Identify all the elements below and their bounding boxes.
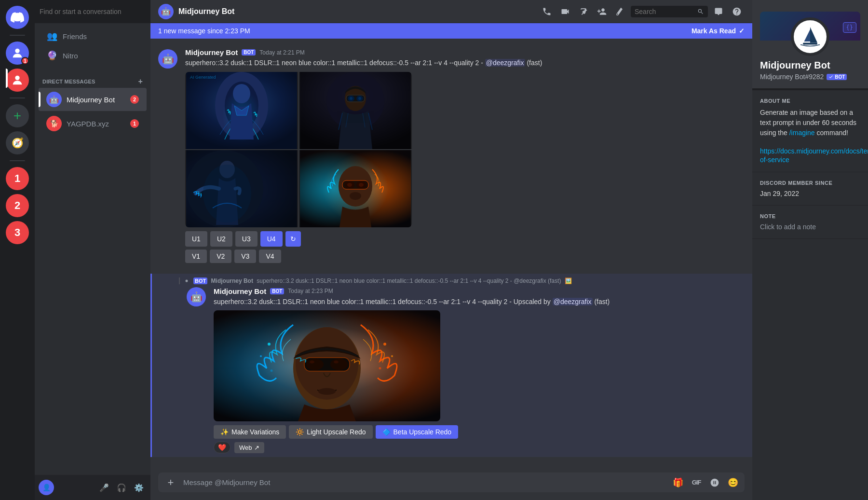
light-upscale-icon: 🔆	[296, 428, 304, 436]
web-button[interactable]: Web ↗	[234, 442, 264, 453]
heart-reaction[interactable]: ❤️	[214, 442, 231, 453]
refresh-button[interactable]: ↻	[285, 231, 301, 247]
help-button[interactable]	[729, 4, 745, 19]
new-message-text: 1 new message since 2:23 PM	[158, 27, 250, 35]
discord-home-button[interactable]	[6, 6, 29, 29]
referenced-message: BOT Midjourney Bot superhero::3.2 dusk::…	[179, 278, 745, 286]
add-member-button[interactable]	[594, 4, 610, 19]
rs-note-input[interactable]: Click to add a note	[760, 223, 860, 231]
active-indicator	[39, 92, 41, 107]
dm-item-midjourney[interactable]: 🤖 Midjourney Bot 2	[39, 88, 147, 111]
u4-button[interactable]: U4	[260, 231, 283, 247]
attach-button[interactable]: +	[162, 474, 179, 491]
pin-button[interactable]	[576, 4, 591, 19]
svg-text:AI Generated: AI Generated	[190, 75, 216, 80]
u1-button[interactable]: U1	[185, 231, 207, 247]
server-2-badge[interactable]: 2	[6, 194, 29, 217]
slash-command-button[interactable]	[612, 4, 628, 19]
rs-bot-header: {} Midjourney Bot Midjourney Bot#9282 BO…	[752, 0, 868, 90]
svg-point-48	[271, 370, 273, 372]
dm-item-yagpdb[interactable]: 🐕 YAGPDB.xyz 1	[39, 112, 147, 135]
new-dm-button[interactable]: +	[138, 77, 143, 86]
server-1-badge[interactable]: 1	[6, 167, 29, 190]
new-message-banner: 1 new message since 2:23 PM Mark As Read…	[150, 23, 752, 39]
header-icons	[539, 4, 745, 19]
v2-button[interactable]: V2	[210, 250, 231, 263]
sticker-button[interactable]	[707, 475, 722, 490]
rs-bot-badge: BOT	[827, 74, 847, 80]
messages-area: 🤖 Midjourney Bot BOT Today at 2:21 PM su…	[150, 39, 752, 472]
call-button[interactable]	[539, 4, 555, 19]
rs-about-text: Generate an image based on a text prompt…	[760, 108, 860, 138]
video-button[interactable]	[557, 4, 573, 19]
emoji-button[interactable]: 😊	[725, 475, 741, 490]
sidebar-divider	[10, 35, 25, 36]
explore-button[interactable]: 🧭	[6, 131, 29, 154]
light-upscale-redo-button[interactable]: 🔆 Light Upscale Redo	[289, 425, 372, 439]
bot-badge-2: BOT	[270, 288, 284, 294]
yagpdb-unread-badge: 1	[130, 119, 139, 128]
dm-search-bar[interactable]	[35, 0, 150, 23]
make-variations-icon: ✨	[220, 428, 229, 436]
code-badge: {}	[843, 22, 856, 33]
bot-avatar-1: 🤖	[158, 49, 177, 69]
friends-nav-item[interactable]: 👥 Friends	[39, 27, 147, 45]
nitro-icon: 🔮	[46, 50, 58, 61]
dm-search-input[interactable]	[40, 8, 146, 15]
midjourney-unread-badge: 2	[130, 95, 139, 104]
bot-badge-1: BOT	[242, 49, 256, 56]
u2-button[interactable]: U2	[210, 231, 232, 247]
dm-section-title: DIRECT MESSAGES	[42, 79, 95, 84]
svg-point-41	[334, 361, 339, 363]
reference-text: BOT Midjourney Bot superhero::3.2 dusk::…	[193, 278, 572, 284]
svg-point-38	[306, 359, 324, 370]
main-content: 🤖 Midjourney Bot	[150, 0, 752, 500]
beta-upscale-redo-button[interactable]: 🔷 Beta Upscale Redo	[376, 425, 459, 439]
mark-as-read-button[interactable]: Mark As Read ✓	[692, 27, 745, 35]
avatar-item-2[interactable]	[6, 69, 29, 92]
dm-section-header: DIRECT MESSAGES +	[35, 69, 150, 88]
make-variations-button[interactable]: ✨ Make Variations	[214, 425, 286, 439]
v1-button[interactable]: V1	[185, 250, 207, 263]
nitro-nav-item[interactable]: 🔮 Nitro	[39, 46, 147, 65]
message-input-field[interactable]	[183, 472, 666, 492]
svg-point-0	[15, 49, 19, 53]
server-3-badge[interactable]: 3	[6, 221, 29, 244]
svg-marker-50	[804, 29, 811, 42]
beta-upscale-icon: 🔷	[382, 428, 391, 436]
image-grid-1: AI Generated	[185, 72, 412, 227]
sidebar-divider-2	[10, 97, 25, 98]
svg-point-40	[310, 361, 314, 363]
header-search[interactable]	[631, 6, 708, 17]
code-icon-button[interactable]: {}	[843, 22, 856, 33]
user-avatar-item[interactable]: 1	[6, 42, 29, 65]
current-user-avatar: 👤	[39, 480, 54, 495]
v4-button[interactable]: V4	[259, 250, 281, 263]
v3-button[interactable]: V3	[234, 250, 256, 263]
headset-button[interactable]: 🎧	[114, 480, 129, 495]
reference-content: BOT Midjourney Bot superhero::3.2 dusk::…	[179, 278, 745, 284]
svg-point-29	[350, 192, 361, 200]
message-content-2: Midjourney Bot BOT Today at 2:23 PM supe…	[214, 287, 745, 454]
yagpdb-avatar: 🐕	[46, 116, 62, 131]
imagine-command-link[interactable]: /imagine	[789, 129, 815, 137]
mention-2: @deezgrafix	[553, 298, 593, 306]
u3-button[interactable]: U3	[235, 231, 258, 247]
terms-link[interactable]: https://docs.midjourney.com/docs/terms-o…	[760, 147, 868, 164]
bot-avatar-2: 🤖	[187, 287, 206, 306]
right-sidebar: {} Midjourney Bot Midjourney Bot#9282 BO…	[752, 0, 868, 500]
svg-point-45	[379, 367, 381, 370]
search-input[interactable]	[635, 8, 694, 15]
gift-button[interactable]: 🎁	[670, 475, 686, 490]
inbox-button[interactable]	[711, 4, 726, 19]
add-server-button[interactable]: +	[6, 104, 29, 127]
settings-button[interactable]: ⚙️	[131, 480, 147, 495]
yagpdb-name: YAGPDB.xyz	[67, 120, 109, 128]
message-input-inner: + 🎁 GIF 😊	[158, 472, 745, 492]
grid-image-3	[185, 150, 298, 227]
mic-button[interactable]: 🎤	[96, 480, 112, 495]
app-sidebar: 1 + 🧭 1 2 3	[0, 0, 35, 500]
gif-button[interactable]: GIF	[689, 475, 704, 490]
svg-point-46	[268, 343, 271, 346]
active-indicator	[6, 69, 8, 88]
